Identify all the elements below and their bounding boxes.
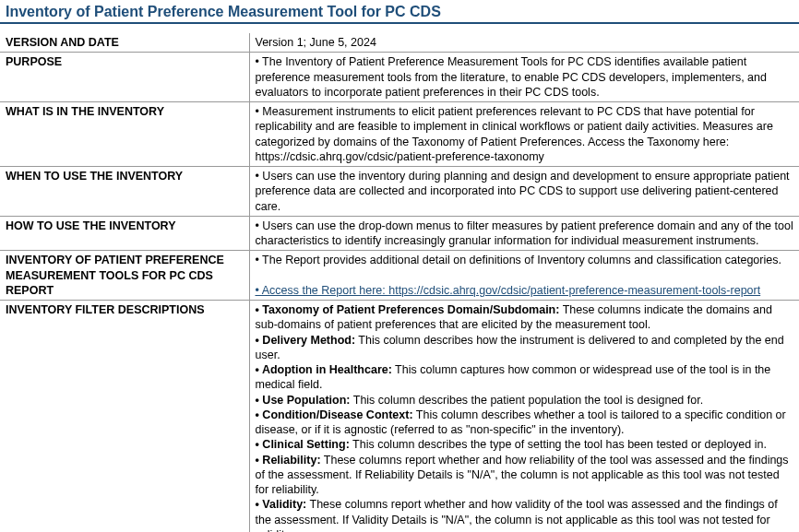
filter-term: • Delivery Method:: [256, 334, 356, 347]
filter-term: • Clinical Setting:: [256, 438, 350, 451]
filter-item-delivery: • Delivery Method: This column describes…: [256, 333, 794, 363]
page-title: Inventory of Patient Preference Measurem…: [0, 0, 799, 24]
filter-desc: This column describes the type of settin…: [350, 438, 767, 451]
row-value-what: • Measurement instruments to elicit pati…: [249, 102, 799, 167]
filter-item-validity: • Validity: These columns report whether…: [256, 497, 794, 532]
row-value-when: • Users can use the inventory during pla…: [249, 167, 799, 217]
bullet-text: • Users can use the inventory during pla…: [256, 170, 790, 213]
filter-item-reliability: • Reliability: These columns report whet…: [256, 453, 794, 498]
row-value-version: Version 1; June 5, 2024: [249, 33, 799, 53]
row-label-report: INVENTORY OF PATIENT PREFERENCE MEASUREM…: [0, 251, 249, 301]
filter-desc: These columns report whether and how rel…: [256, 454, 789, 497]
row-label-when: WHEN TO USE THE INVENTORY: [0, 167, 249, 217]
document-table: VERSION AND DATE Version 1; June 5, 2024…: [0, 33, 799, 532]
filter-desc: This column describes the patient popula…: [351, 394, 704, 407]
filter-term: • Condition/Disease Context:: [256, 408, 413, 421]
filter-term: • Taxonomy of Patient Preferences Domain…: [256, 303, 560, 316]
row-label-filters: INVENTORY FILTER DESCRIPTIONS: [0, 301, 249, 533]
bullet-text: • Users can use the drop-down menus to f…: [256, 219, 793, 247]
filter-term: • Reliability:: [256, 454, 321, 467]
filter-item-condition: • Condition/Disease Context: This column…: [256, 408, 794, 438]
filter-item-adoption: • Adoption in Healthcare: This column ca…: [256, 362, 794, 393]
row-label-what: WHAT IS IN THE INVENTORY: [0, 102, 249, 167]
filter-item-usepop: • Use Population: This column describes …: [256, 393, 794, 408]
filter-term: • Adoption in Healthcare:: [256, 363, 392, 376]
row-label-version: VERSION AND DATE: [0, 33, 249, 53]
row-value-report: • The Report provides additional detail …: [249, 251, 799, 301]
row-value-how: • Users can use the drop-down menus to f…: [249, 216, 799, 251]
filter-term: • Validity:: [256, 498, 307, 511]
bullet-text: • Measurement instruments to elicit pati…: [256, 105, 773, 163]
bullet-text: • The Inventory of Patient Preference Me…: [256, 55, 767, 99]
filter-item-clinical: • Clinical Setting: This column describe…: [256, 437, 794, 452]
filter-desc: These columns report whether and how val…: [256, 498, 778, 532]
row-label-purpose: PURPOSE: [0, 53, 249, 102]
filter-term: • Use Population:: [256, 394, 351, 407]
bullet-text: • The Report provides additional detail …: [256, 254, 781, 266]
row-label-how: HOW TO USE THE INVENTORY: [0, 216, 249, 251]
filter-item-taxonomy: • Taxonomy of Patient Preferences Domain…: [256, 302, 794, 333]
row-value-filters: • Taxonomy of Patient Preferences Domain…: [249, 301, 799, 533]
report-link[interactable]: • Access the Report here: https://cdsic.…: [256, 284, 761, 297]
row-value-purpose: • The Inventory of Patient Preference Me…: [249, 53, 799, 102]
